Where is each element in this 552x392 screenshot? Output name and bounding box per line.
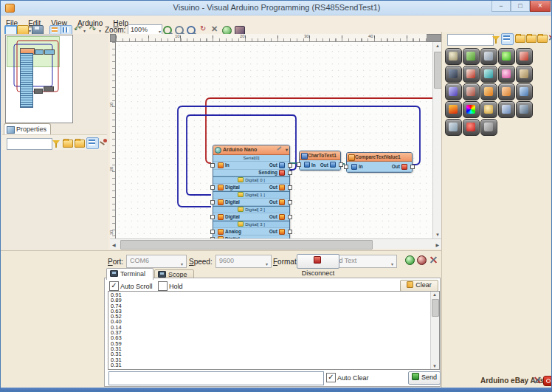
output-pin[interactable] — [288, 171, 292, 175]
toolbox-search-input[interactable] — [447, 34, 494, 46]
terminal-scroll-thumb[interactable] — [432, 299, 439, 317]
toolbox-button-12[interactable] — [463, 83, 480, 100]
input-pin[interactable] — [210, 230, 215, 234]
comparetextvalue-block[interactable]: CompareTextValue1 In Out — [346, 152, 413, 173]
toolbox-save-folder-icon[interactable] — [537, 35, 548, 43]
open-dropdown-icon[interactable]: ▾ — [29, 28, 31, 33]
canvas-vertical-scrollbar[interactable]: ▲ ▼ — [432, 42, 441, 238]
delete-button[interactable]: ✕ — [211, 24, 218, 34]
output-pin[interactable] — [339, 162, 343, 167]
toolbox-button-13[interactable] — [480, 83, 497, 100]
output-pin[interactable] — [288, 215, 292, 219]
pin-panel-button[interactable] — [100, 138, 107, 147]
auto-scroll-checkbox[interactable]: ✓ — [109, 281, 119, 291]
undo-button[interactable]: ↶ — [74, 24, 80, 34]
chartotext-header[interactable]: CharToText1 — [300, 151, 340, 160]
input-pin[interactable] — [210, 185, 215, 190]
output-pin[interactable] — [288, 200, 292, 204]
input-pin[interactable] — [344, 165, 348, 169]
chevron-down-icon[interactable]: ▾ — [286, 145, 288, 154]
toolbox-button-6[interactable] — [445, 66, 462, 83]
port-combobox[interactable]: COM6 ▾ — [126, 255, 187, 268]
terminal-settings-icon[interactable] — [429, 256, 438, 264]
wrench-icon[interactable] — [277, 146, 282, 151]
chartotext-block[interactable]: CharToText1 In Out — [299, 151, 341, 171]
overview-minimap[interactable] — [5, 35, 73, 123]
toolbox-button-20[interactable] — [516, 101, 533, 118]
toolbox-button-3[interactable] — [480, 48, 497, 65]
ads-settings-icon[interactable] — [534, 376, 542, 385]
design-canvas[interactable]: Arduino Nano ▾ Serial[0] In Out Sending — [116, 42, 432, 238]
collapse-folder-icon[interactable] — [75, 140, 85, 148]
port-dropdown-icon[interactable]: ▾ — [181, 259, 183, 270]
toolbox-folder-icon[interactable] — [515, 35, 525, 43]
expand-folder-icon[interactable] — [63, 140, 73, 148]
close-button[interactable]: × — [530, 1, 551, 12]
output-pin[interactable] — [288, 185, 292, 190]
output-pin[interactable] — [288, 230, 292, 234]
title-bar[interactable]: Visuino - Visual Arduino Programming (RS… — [1, 1, 552, 16]
tab-properties[interactable]: Properties — [4, 123, 51, 135]
clear-button[interactable]: Clear — [400, 280, 438, 292]
filter-icon[interactable] — [52, 140, 60, 145]
terminal-scroll-up-icon[interactable]: ▲ — [431, 292, 438, 297]
toolbox-open-folder-icon[interactable] — [526, 35, 537, 43]
toolbox-button-21[interactable] — [445, 119, 462, 136]
toolbox-view-button[interactable] — [501, 33, 514, 45]
auto-clear-checkbox[interactable]: ✓ — [326, 373, 336, 382]
toolbox-button-22[interactable] — [463, 119, 480, 136]
scroll-left-icon[interactable]: ◀ — [112, 242, 116, 247]
speed-dropdown-icon[interactable]: ▾ — [266, 259, 268, 270]
toolbox-button-9[interactable] — [498, 66, 515, 83]
toolbox-button-8[interactable] — [480, 66, 497, 83]
toolbox-delete-icon[interactable] — [548, 35, 552, 41]
ads-power-icon[interactable] — [543, 376, 552, 386]
connect-indicator-button[interactable] — [405, 255, 415, 265]
arduino-nano-block[interactable]: Arduino Nano ▾ Serial[0] In Out Sending — [213, 145, 290, 238]
properties-search-input[interactable] — [7, 138, 52, 150]
toolbox-button-14[interactable] — [498, 83, 515, 100]
canvas-horizontal-scrollbar[interactable]: ◀ ▶ — [110, 238, 441, 249]
terminal-output[interactable]: 0.910.890.740.630.520.400.140.370.630.59… — [108, 291, 440, 370]
hold-checkbox[interactable] — [158, 281, 168, 291]
format-dropdown-icon[interactable]: ▾ — [391, 259, 393, 270]
maximize-button[interactable]: □ — [511, 1, 530, 12]
arduino-block-header[interactable]: Arduino Nano ▾ — [213, 145, 289, 155]
toolbox-button-11[interactable] — [445, 83, 462, 100]
toolbox-button-16[interactable] — [445, 101, 462, 118]
toolbox-button-23[interactable] — [480, 119, 497, 136]
toolbox-filter-icon[interactable] — [492, 36, 500, 41]
send-button[interactable]: Send — [408, 371, 441, 385]
redo-dropdown-icon[interactable]: ▾ — [99, 28, 101, 33]
toolbox-button-19[interactable] — [498, 101, 515, 118]
input-pin[interactable] — [210, 200, 215, 204]
input-pin[interactable] — [210, 215, 215, 219]
tab-terminal[interactable]: Terminal — [106, 268, 153, 280]
refresh-button[interactable]: ↻ — [200, 24, 206, 32]
terminal-scrollbar[interactable]: ▲ ▼ — [430, 292, 439, 369]
terminal-scroll-down-icon[interactable]: ▼ — [431, 364, 438, 368]
send-message-input[interactable] — [108, 371, 324, 385]
scroll-right-icon[interactable]: ▶ — [435, 242, 439, 247]
category-view-button[interactable] — [86, 137, 99, 149]
toolbox-button-17[interactable] — [463, 101, 480, 118]
minimize-button[interactable]: − — [491, 1, 511, 12]
output-pin[interactable] — [288, 163, 292, 168]
speed-combobox[interactable]: 9600 ▾ — [215, 255, 272, 268]
input-pin[interactable] — [297, 162, 301, 167]
toolbox-button-18[interactable] — [480, 101, 497, 118]
disconnect-button[interactable]: Disconnect — [297, 254, 339, 269]
comparetextvalue-header[interactable]: CompareTextValue1 — [347, 153, 412, 162]
disconnect-indicator-button[interactable] — [417, 255, 427, 265]
toolbox-button-1[interactable] — [445, 48, 462, 65]
toolbox-button-7[interactable] — [463, 66, 480, 83]
output-pin[interactable] — [410, 165, 415, 169]
toolbox-button-15[interactable] — [516, 83, 533, 100]
toolbox-button-5[interactable] — [516, 48, 533, 65]
toolbox-button-4[interactable] — [498, 48, 515, 65]
toolbox-button-10[interactable] — [516, 66, 533, 83]
input-pin[interactable] — [210, 163, 215, 168]
horizontal-scroll-thumb[interactable] — [120, 240, 373, 250]
undo-dropdown-icon[interactable]: ▾ — [83, 28, 86, 33]
redo-button[interactable]: ↷ — [89, 24, 96, 34]
